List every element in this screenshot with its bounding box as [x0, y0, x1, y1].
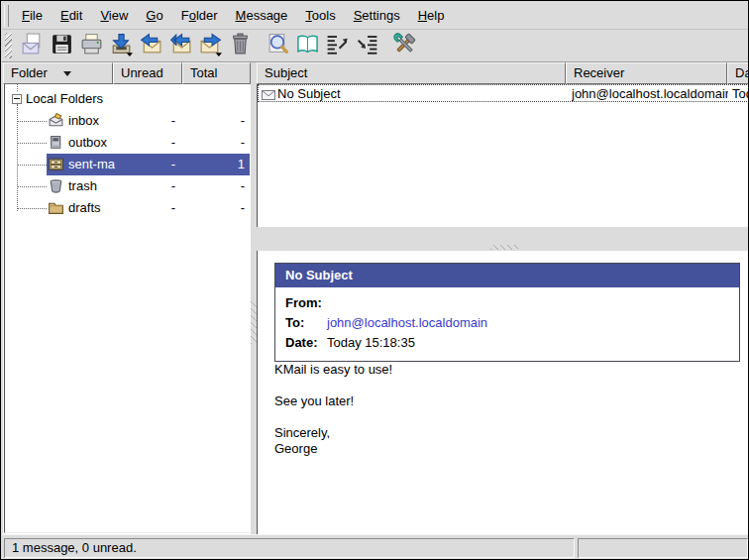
- splitter-grip[interactable]: [490, 245, 518, 250]
- collapse-thread-button[interactable]: [322, 31, 352, 60]
- horizontal-splitter[interactable]: [257, 243, 749, 251]
- receiver-column-header[interactable]: Receiver: [566, 62, 727, 84]
- folder-row-sent-ma[interactable]: sent-ma - 1: [5, 154, 250, 175]
- reply-all-button[interactable]: [165, 31, 195, 60]
- body-line: George: [274, 441, 392, 457]
- date-row: Date: Today 15:18:35: [285, 333, 729, 353]
- menu-go[interactable]: Go: [137, 4, 171, 27]
- reply-button[interactable]: [136, 31, 165, 60]
- from-row: From:: [285, 293, 729, 313]
- to-row: To: john@localhost.localdomain: [285, 313, 729, 333]
- find-icon: [266, 32, 290, 59]
- find-button[interactable]: [263, 31, 292, 60]
- save-icon: [50, 32, 74, 59]
- forward-button[interactable]: [195, 31, 225, 60]
- folder-row-local-folders[interactable]: Local Folders: [5, 88, 250, 110]
- toolbar-grip[interactable]: [5, 33, 12, 58]
- folder-column-header[interactable]: Folder: [3, 62, 113, 84]
- forward-icon: [198, 32, 223, 59]
- folder-row-trash[interactable]: trash - -: [5, 175, 250, 197]
- status-message: 1 message, 0 unread.: [4, 538, 575, 558]
- folder-tree: Local Folders inbox - - outbox - - sent-…: [4, 84, 250, 533]
- print-icon: [79, 32, 104, 59]
- check-mail-button[interactable]: [106, 31, 136, 60]
- new-message-button[interactable]: [17, 31, 47, 60]
- menu-settings[interactable]: Settings: [345, 4, 409, 27]
- message-preview-pane: No Subject From: To: john@localhost.loca…: [257, 251, 749, 534]
- main-toolbar: [2, 30, 748, 62]
- menu-folder[interactable]: Folder: [172, 4, 227, 27]
- body-line: KMail is easy to use!: [274, 362, 392, 378]
- sent-folder-icon: [48, 156, 64, 172]
- trash-folder-icon: [48, 177, 64, 194]
- menubar-grip[interactable]: [4, 5, 9, 27]
- folder-row-drafts[interactable]: drafts - -: [5, 197, 250, 219]
- expand-thread-icon: [355, 32, 379, 59]
- status-bar: 1 message, 0 unread.: [2, 534, 749, 560]
- body-line: Sincerely,: [274, 425, 392, 441]
- trash-button[interactable]: [225, 31, 255, 60]
- save-button[interactable]: [47, 31, 76, 60]
- folder-row-outbox[interactable]: outbox - -: [5, 132, 250, 154]
- message-list: No Subject john@localhost.localdomain To…: [257, 84, 749, 227]
- collapse-thread-icon: [325, 32, 350, 59]
- message-header-box: No Subject From: To: john@localhost.loca…: [274, 263, 740, 362]
- expand-thread-button[interactable]: [352, 31, 381, 60]
- sort-arrow-icon: [63, 71, 71, 76]
- reply-all-icon: [168, 32, 193, 59]
- menu-file[interactable]: File: [13, 4, 52, 27]
- unread-column-header[interactable]: Unread: [113, 62, 182, 84]
- menu-message[interactable]: Message: [227, 4, 297, 27]
- subject-column-header[interactable]: Subject: [257, 62, 566, 84]
- recipient-email-link[interactable]: john@localhost.localdomain: [327, 313, 487, 333]
- outbox-folder-icon: [48, 134, 64, 151]
- folder-row-inbox[interactable]: inbox - -: [5, 110, 250, 132]
- total-column-header[interactable]: Total: [182, 62, 251, 84]
- menu-view[interactable]: View: [91, 4, 137, 27]
- body-line: See you later!: [274, 393, 392, 409]
- inbox-folder-icon: [48, 112, 64, 129]
- check-mail-icon: [109, 32, 134, 59]
- mail-envelope-icon: [262, 88, 275, 98]
- print-button[interactable]: [76, 31, 106, 60]
- address-book-button[interactable]: [292, 31, 322, 60]
- collapse-expander-icon[interactable]: [12, 94, 22, 104]
- configure-button[interactable]: [389, 31, 419, 60]
- menu-bar: File Edit View Go Folder Message Tools S…: [2, 2, 748, 30]
- new-message-icon: [20, 32, 45, 59]
- message-list-pane: Subject Receiver Date No Subject john@lo…: [257, 62, 749, 243]
- kmail-window: File Edit View Go Folder Message Tools S…: [0, 0, 749, 560]
- menu-tools[interactable]: Tools: [296, 4, 344, 27]
- reply-icon: [139, 32, 163, 59]
- menu-help[interactable]: Help: [409, 4, 454, 27]
- address-book-icon: [295, 32, 320, 59]
- message-row[interactable]: No Subject john@localhost.localdomain To…: [258, 84, 749, 102]
- message-subject-bar: No Subject: [275, 264, 739, 287]
- root-folder-label: Local Folders: [26, 91, 103, 106]
- configure-icon: [392, 32, 417, 59]
- status-cell-empty: [578, 538, 748, 558]
- message-body: KMail is easy to use! See you later! Sin…: [274, 362, 392, 457]
- drafts-folder-icon: [48, 199, 64, 216]
- folder-pane: Folder Unread Total Local Folders inbox …: [3, 62, 251, 534]
- menu-edit[interactable]: Edit: [52, 4, 91, 27]
- date-column-header[interactable]: Date: [727, 62, 749, 84]
- trash-icon: [228, 32, 253, 59]
